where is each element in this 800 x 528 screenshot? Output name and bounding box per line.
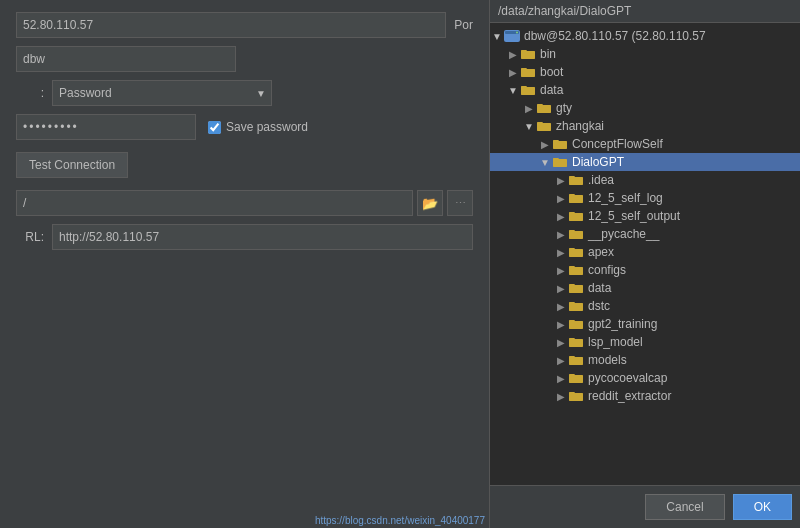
save-password-label: Save password (226, 120, 308, 134)
folder-open-icon: 📂 (422, 196, 438, 211)
tree-arrow-icon: ▶ (554, 193, 568, 204)
tree-arrow-icon: ▼ (538, 157, 552, 168)
tree-item-data2[interactable]: ▶data (490, 279, 800, 297)
folder-icon (504, 30, 520, 42)
tree-item-12_5_self_output[interactable]: ▶12_5_self_output (490, 207, 800, 225)
save-password-row: Save password (208, 120, 308, 134)
tree-item-label: models (588, 353, 627, 367)
folder-icon (520, 84, 536, 96)
tree-arrow-icon: ▶ (554, 391, 568, 402)
tree-arrow-icon: ▶ (554, 229, 568, 240)
tree-arrow-icon: ▶ (554, 175, 568, 186)
tree-arrow-icon: ▼ (506, 85, 520, 96)
tree-arrow-icon: ▶ (554, 301, 568, 312)
tree-item-gty[interactable]: ▶gty (490, 99, 800, 117)
ok-button[interactable]: OK (733, 494, 792, 520)
folder-icon (568, 390, 584, 402)
password-row: Save password (16, 114, 473, 140)
tree-arrow-icon: ▶ (554, 337, 568, 348)
tree-item-label: lsp_model (588, 335, 643, 349)
tree-item-label: gpt2_training (588, 317, 657, 331)
tree-item-gpt2_training[interactable]: ▶gpt2_training (490, 315, 800, 333)
tree-arrow-icon: ▶ (506, 67, 520, 78)
left-panel: Por : Password SSH Key NTLM ▼ Save passw… (0, 0, 490, 528)
tree-arrow-icon: ▶ (554, 265, 568, 276)
folder-icon (568, 318, 584, 330)
current-path-label: /data/zhangkai/DialoGPT (498, 4, 631, 18)
tree-item-bin[interactable]: ▶bin (490, 45, 800, 63)
tree-item-label: ConceptFlowSelf (572, 137, 663, 151)
folder-icon (552, 138, 568, 150)
tree-arrow-icon: ▶ (506, 49, 520, 60)
svg-point-2 (516, 32, 518, 34)
tree-item-label: DialoGPT (572, 155, 624, 169)
tree-item-lsp_model[interactable]: ▶lsp_model (490, 333, 800, 351)
tree-item-apex[interactable]: ▶apex (490, 243, 800, 261)
tree-item-label: reddit_extractor (588, 389, 671, 403)
tree-item-label: data (588, 281, 611, 295)
tree-item-label: .idea (588, 173, 614, 187)
path-input[interactable] (16, 190, 413, 216)
tree-item-pycache[interactable]: ▶__pycache__ (490, 225, 800, 243)
folder-icon (568, 300, 584, 312)
extra-button[interactable]: ⋯ (447, 190, 473, 216)
host-input[interactable] (16, 12, 446, 38)
auth-colon-label: : (16, 86, 44, 100)
folder-icon (520, 48, 536, 60)
tree-item-models[interactable]: ▶models (490, 351, 800, 369)
port-label: Por (454, 18, 473, 32)
tree-item-label: zhangkai (556, 119, 604, 133)
browse-folder-button[interactable]: 📂 (417, 190, 443, 216)
folder-icon (568, 228, 584, 240)
tree-arrow-icon: ▼ (522, 121, 536, 132)
tree-item-dialogpt[interactable]: ▼DialoGPT (490, 153, 800, 171)
folder-icon (568, 174, 584, 186)
folder-icon (568, 210, 584, 222)
user-input[interactable] (16, 46, 236, 72)
tree-item-root[interactable]: ▼dbw@52.80.110.57 (52.80.110.57 (490, 27, 800, 45)
tree-item-data[interactable]: ▼data (490, 81, 800, 99)
tree-item-label: apex (588, 245, 614, 259)
right-panel: /data/zhangkai/DialoGPT ▼dbw@52.80.110.5… (490, 0, 800, 528)
tree-arrow-icon: ▶ (554, 247, 568, 258)
tree-item-pycocoevalcap[interactable]: ▶pycocoevalcap (490, 369, 800, 387)
user-row (16, 46, 473, 72)
save-password-checkbox[interactable] (208, 121, 221, 134)
tree-item-configs[interactable]: ▶configs (490, 261, 800, 279)
folder-icon (520, 66, 536, 78)
tree-item-reddit_extractor[interactable]: ▶reddit_extractor (490, 387, 800, 405)
folder-icon (536, 102, 552, 114)
tree-arrow-icon: ▶ (554, 355, 568, 366)
auth-select[interactable]: Password SSH Key NTLM (52, 80, 272, 106)
password-input[interactable] (16, 114, 196, 140)
tree-item-label: __pycache__ (588, 227, 659, 241)
folder-icon (568, 336, 584, 348)
menu-icon: ⋯ (455, 197, 466, 210)
tree-item-label: dbw@52.80.110.57 (52.80.110.57 (524, 29, 706, 43)
cancel-button[interactable]: Cancel (645, 494, 724, 520)
url-input[interactable] (52, 224, 473, 250)
tree-item-dstc[interactable]: ▶dstc (490, 297, 800, 315)
tree-item-conceptflowself[interactable]: ▶ConceptFlowSelf (490, 135, 800, 153)
tree-item-zhangkai[interactable]: ▼zhangkai (490, 117, 800, 135)
tree-item-label: gty (556, 101, 572, 115)
folder-icon (568, 282, 584, 294)
auth-select-wrapper: Password SSH Key NTLM ▼ (52, 80, 272, 106)
tree-arrow-icon: ▶ (554, 283, 568, 294)
folder-icon (552, 156, 568, 168)
file-tree[interactable]: ▼dbw@52.80.110.57 (52.80.110.57▶bin▶boot… (490, 23, 800, 485)
tree-item-label: pycocoevalcap (588, 371, 667, 385)
folder-icon (568, 192, 584, 204)
path-row: 📂 ⋯ (16, 190, 473, 216)
tree-item-label: configs (588, 263, 626, 277)
test-connection-button[interactable]: Test Connection (16, 152, 128, 178)
tree-arrow-icon: ▶ (554, 211, 568, 222)
url-label: RL: (16, 230, 44, 244)
right-header: /data/zhangkai/DialoGPT (490, 0, 800, 23)
tree-item-boot[interactable]: ▶boot (490, 63, 800, 81)
folder-icon (568, 264, 584, 276)
bottom-link[interactable]: https://blog.csdn.net/weixin_40400177 (311, 513, 489, 528)
tree-item-idea[interactable]: ▶.idea (490, 171, 800, 189)
tree-item-label: 12_5_self_output (588, 209, 680, 223)
tree-item-12_5_self_log[interactable]: ▶12_5_self_log (490, 189, 800, 207)
